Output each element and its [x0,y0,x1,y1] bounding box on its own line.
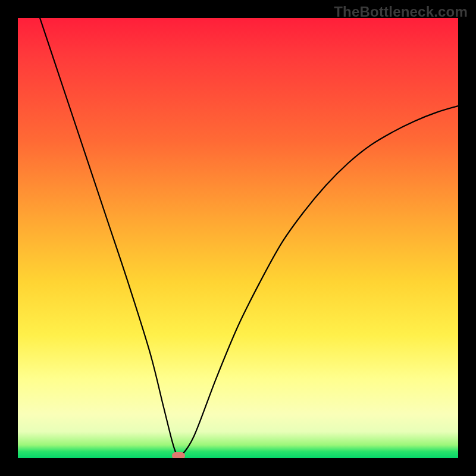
plot-area [18,18,458,458]
optimum-marker [172,452,185,458]
bottleneck-curve [18,18,458,458]
curve-path [40,18,458,457]
chart-frame: TheBottleneck.com [0,0,476,476]
